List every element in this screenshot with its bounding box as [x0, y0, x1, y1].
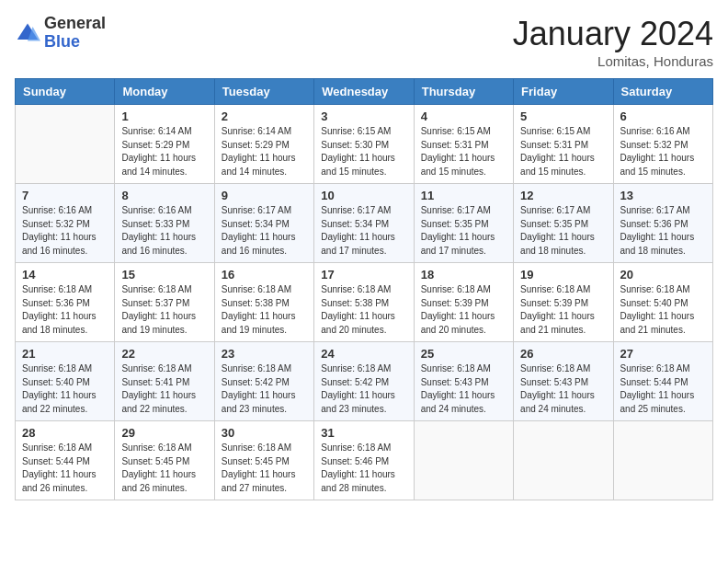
day-info: Sunrise: 6:18 AMSunset: 5:45 PMDaylight:… — [121, 442, 207, 495]
calendar-cell: 25Sunrise: 6:18 AMSunset: 5:43 PMDayligh… — [414, 342, 513, 421]
day-info: Sunrise: 6:15 AMSunset: 5:30 PMDaylight:… — [321, 125, 406, 178]
calendar-cell: 14Sunrise: 6:18 AMSunset: 5:36 PMDayligh… — [16, 263, 115, 342]
day-number: 16 — [222, 268, 307, 282]
day-number: 8 — [121, 189, 207, 202]
calendar-cell: 30Sunrise: 6:18 AMSunset: 5:45 PMDayligh… — [214, 421, 313, 500]
calendar-cell: 15Sunrise: 6:18 AMSunset: 5:37 PMDayligh… — [115, 263, 214, 342]
calendar-cell: 5Sunrise: 6:15 AMSunset: 5:31 PMDaylight… — [514, 105, 613, 184]
day-number: 23 — [222, 347, 307, 361]
day-info: Sunrise: 6:18 AMSunset: 5:40 PMDaylight:… — [22, 362, 108, 416]
logo-blue: Blue — [44, 32, 80, 51]
calendar-cell: 12Sunrise: 6:17 AMSunset: 5:35 PMDayligh… — [514, 184, 613, 263]
calendar-cell — [16, 105, 115, 184]
day-number: 15 — [121, 268, 207, 282]
day-info: Sunrise: 6:18 AMSunset: 5:42 PMDaylight:… — [222, 362, 307, 416]
day-number: 2 — [222, 109, 307, 123]
day-info: Sunrise: 6:14 AMSunset: 5:29 PMDaylight:… — [222, 125, 307, 178]
day-info: Sunrise: 6:18 AMSunset: 5:46 PMDaylight:… — [321, 442, 406, 495]
month-title: January 2024 — [513, 15, 713, 53]
calendar-cell — [613, 421, 712, 500]
day-info: Sunrise: 6:18 AMSunset: 5:38 PMDaylight:… — [222, 283, 307, 337]
calendar-cell: 3Sunrise: 6:15 AMSunset: 5:30 PMDaylight… — [314, 105, 414, 184]
calendar-cell: 26Sunrise: 6:18 AMSunset: 5:43 PMDayligh… — [514, 342, 613, 421]
day-number: 24 — [321, 347, 406, 361]
day-number: 27 — [620, 347, 706, 361]
calendar-cell: 18Sunrise: 6:18 AMSunset: 5:39 PMDayligh… — [414, 263, 513, 342]
day-info: Sunrise: 6:17 AMSunset: 5:36 PMDaylight:… — [620, 204, 706, 258]
day-info: Sunrise: 6:15 AMSunset: 5:31 PMDaylight:… — [421, 125, 506, 178]
day-info: Sunrise: 6:18 AMSunset: 5:41 PMDaylight:… — [121, 362, 207, 416]
day-info: Sunrise: 6:15 AMSunset: 5:31 PMDaylight:… — [520, 125, 606, 178]
col-header-saturday: Saturday — [613, 79, 712, 105]
day-info: Sunrise: 6:16 AMSunset: 5:32 PMDaylight:… — [22, 204, 108, 258]
day-info: Sunrise: 6:18 AMSunset: 5:43 PMDaylight:… — [520, 362, 606, 416]
day-info: Sunrise: 6:18 AMSunset: 5:38 PMDaylight:… — [321, 283, 406, 337]
day-number: 22 — [121, 347, 207, 361]
calendar-cell — [414, 421, 513, 500]
day-number: 30 — [222, 426, 307, 440]
calendar-cell: 13Sunrise: 6:17 AMSunset: 5:36 PMDayligh… — [613, 184, 712, 263]
title-block: January 2024 Lomitas, Honduras — [513, 15, 713, 69]
col-header-friday: Friday — [514, 79, 613, 105]
day-info: Sunrise: 6:18 AMSunset: 5:44 PMDaylight:… — [22, 442, 108, 495]
calendar-cell: 6Sunrise: 6:16 AMSunset: 5:32 PMDaylight… — [613, 105, 712, 184]
day-info: Sunrise: 6:16 AMSunset: 5:32 PMDaylight:… — [620, 125, 706, 178]
calendar-cell: 1Sunrise: 6:14 AMSunset: 5:29 PMDaylight… — [115, 105, 214, 184]
day-number: 5 — [520, 109, 606, 123]
calendar-cell: 22Sunrise: 6:18 AMSunset: 5:41 PMDayligh… — [115, 342, 214, 421]
day-number: 7 — [22, 189, 108, 202]
day-number: 31 — [321, 426, 406, 440]
calendar-cell: 7Sunrise: 6:16 AMSunset: 5:32 PMDaylight… — [16, 184, 115, 263]
calendar-cell: 24Sunrise: 6:18 AMSunset: 5:42 PMDayligh… — [314, 342, 414, 421]
col-header-tuesday: Tuesday — [214, 79, 313, 105]
day-number: 20 — [620, 268, 706, 282]
day-info: Sunrise: 6:18 AMSunset: 5:39 PMDaylight:… — [421, 283, 506, 337]
col-header-monday: Monday — [115, 79, 214, 105]
day-info: Sunrise: 6:17 AMSunset: 5:35 PMDaylight:… — [421, 204, 506, 258]
day-number: 18 — [421, 268, 506, 282]
logo-general: General — [44, 14, 106, 32]
day-info: Sunrise: 6:17 AMSunset: 5:34 PMDaylight:… — [222, 204, 307, 258]
calendar-cell: 8Sunrise: 6:16 AMSunset: 5:33 PMDaylight… — [115, 184, 214, 263]
calendar-cell: 29Sunrise: 6:18 AMSunset: 5:45 PMDayligh… — [115, 421, 214, 500]
day-number: 21 — [22, 347, 108, 361]
week-row-4: 21Sunrise: 6:18 AMSunset: 5:40 PMDayligh… — [16, 342, 713, 421]
day-number: 11 — [421, 189, 506, 202]
day-info: Sunrise: 6:14 AMSunset: 5:29 PMDaylight:… — [121, 125, 207, 178]
day-info: Sunrise: 6:18 AMSunset: 5:40 PMDaylight:… — [620, 283, 706, 337]
day-number: 12 — [520, 189, 606, 202]
calendar-cell: 2Sunrise: 6:14 AMSunset: 5:29 PMDaylight… — [214, 105, 313, 184]
day-number: 17 — [321, 268, 406, 282]
calendar-cell: 16Sunrise: 6:18 AMSunset: 5:38 PMDayligh… — [214, 263, 313, 342]
day-info: Sunrise: 6:18 AMSunset: 5:37 PMDaylight:… — [121, 283, 207, 337]
col-header-thursday: Thursday — [414, 79, 513, 105]
day-info: Sunrise: 6:18 AMSunset: 5:45 PMDaylight:… — [222, 442, 307, 495]
calendar-cell: 27Sunrise: 6:18 AMSunset: 5:44 PMDayligh… — [613, 342, 712, 421]
logo-text: General Blue — [44, 15, 106, 52]
day-info: Sunrise: 6:16 AMSunset: 5:33 PMDaylight:… — [121, 204, 207, 258]
calendar-cell: 9Sunrise: 6:17 AMSunset: 5:34 PMDaylight… — [214, 184, 313, 263]
day-number: 25 — [421, 347, 506, 361]
day-info: Sunrise: 6:17 AMSunset: 5:35 PMDaylight:… — [520, 204, 606, 258]
day-info: Sunrise: 6:18 AMSunset: 5:43 PMDaylight:… — [421, 362, 506, 416]
location: Lomitas, Honduras — [513, 53, 713, 69]
calendar-cell — [514, 421, 613, 500]
day-number: 14 — [22, 268, 108, 282]
calendar-cell: 28Sunrise: 6:18 AMSunset: 5:44 PMDayligh… — [16, 421, 115, 500]
day-number: 9 — [222, 189, 307, 202]
day-number: 29 — [121, 426, 207, 440]
calendar-cell: 20Sunrise: 6:18 AMSunset: 5:40 PMDayligh… — [613, 263, 712, 342]
day-number: 13 — [620, 189, 706, 202]
page-header: General Blue January 2024 Lomitas, Hondu… — [15, 15, 713, 69]
week-row-3: 14Sunrise: 6:18 AMSunset: 5:36 PMDayligh… — [16, 263, 713, 342]
logo: General Blue — [15, 15, 106, 52]
week-row-1: 1Sunrise: 6:14 AMSunset: 5:29 PMDaylight… — [16, 105, 713, 184]
calendar-cell: 31Sunrise: 6:18 AMSunset: 5:46 PMDayligh… — [314, 421, 414, 500]
day-number: 1 — [121, 109, 207, 123]
col-header-sunday: Sunday — [16, 79, 115, 105]
day-number: 28 — [22, 426, 108, 440]
day-info: Sunrise: 6:18 AMSunset: 5:36 PMDaylight:… — [22, 283, 108, 337]
day-number: 3 — [321, 109, 406, 123]
calendar-cell: 10Sunrise: 6:17 AMSunset: 5:34 PMDayligh… — [314, 184, 414, 263]
day-number: 6 — [620, 109, 706, 123]
